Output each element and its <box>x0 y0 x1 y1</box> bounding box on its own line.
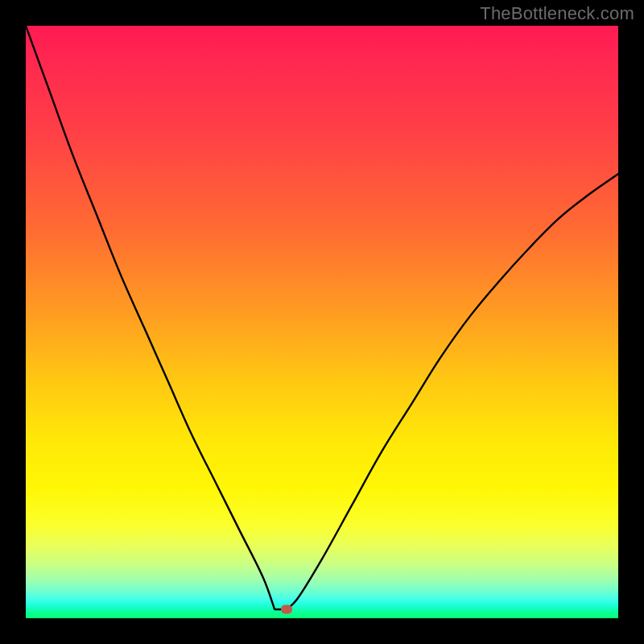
curve-svg <box>26 26 618 618</box>
watermark-text: TheBottleneck.com <box>480 3 634 24</box>
plot-area <box>26 26 618 618</box>
chart-container: TheBottleneck.com <box>0 0 644 644</box>
optimal-point-marker <box>281 605 292 613</box>
bottleneck-curve <box>26 26 618 609</box>
